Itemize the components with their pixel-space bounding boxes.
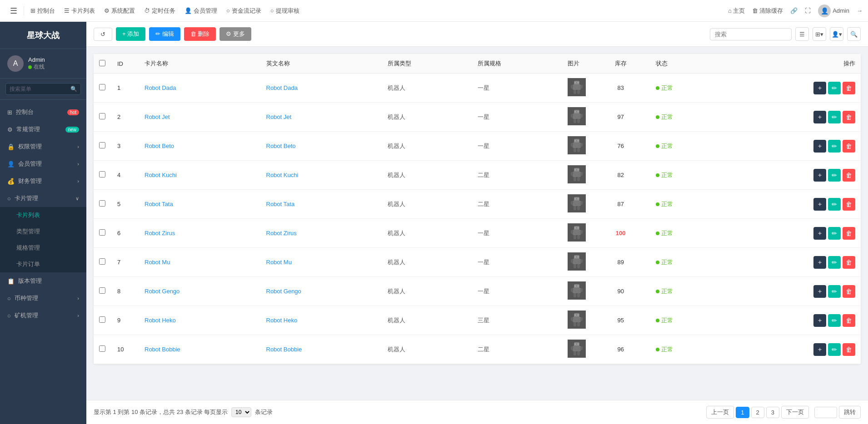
nav-item-dashboard[interactable]: ⊞ 控制台 (26, 0, 60, 22)
search-input[interactable] (710, 28, 792, 40)
row-checkbox-4[interactable] (99, 171, 105, 177)
cell-en-1[interactable]: Robot Dada (261, 74, 383, 103)
prev-page-button[interactable]: 上一页 (706, 406, 734, 419)
sidebar-item-currency[interactable]: ○ 币种管理 › (0, 290, 86, 307)
action-delete-4[interactable]: 🗑 (843, 169, 855, 182)
cell-name-9[interactable]: Robot Heko (139, 306, 261, 335)
action-detail-5[interactable]: ＋ (813, 198, 826, 211)
view-grid-button[interactable]: ⊞▾ (813, 27, 826, 41)
nav-item-member[interactable]: 👤 会员管理 (180, 0, 222, 22)
action-detail-2[interactable]: ＋ (813, 111, 826, 123)
action-edit-1[interactable]: ✏ (828, 82, 841, 94)
nav-fullscreen[interactable]: ⛶ (805, 7, 811, 14)
row-checkbox-5[interactable] (99, 200, 105, 207)
sidebar-item-type-mgmt[interactable]: 类型管理 (0, 223, 86, 240)
delete-button[interactable]: 🗑 删除 (184, 27, 216, 41)
row-checkbox-9[interactable] (99, 316, 105, 323)
cell-en-10[interactable]: Robot Bobbie (261, 335, 383, 364)
action-delete-6[interactable]: 🗑 (843, 227, 855, 240)
cell-en-5[interactable]: Robot Tata (261, 190, 383, 219)
add-button[interactable]: + 添加 (116, 27, 145, 41)
action-detail-1[interactable]: ＋ (813, 82, 826, 94)
action-edit-2[interactable]: ✏ (828, 111, 841, 123)
cell-name-5[interactable]: Robot Tata (139, 190, 261, 219)
cell-en-2[interactable]: Robot Jet (261, 103, 383, 132)
nav-home[interactable]: ⌂ 主页 (728, 7, 745, 15)
action-delete-1[interactable]: 🗑 (843, 82, 855, 94)
cell-en-3[interactable]: Robot Beto (261, 132, 383, 161)
action-edit-10[interactable]: ✏ (828, 343, 841, 356)
row-checkbox-1[interactable] (99, 84, 105, 90)
action-edit-4[interactable]: ✏ (828, 169, 841, 182)
action-delete-2[interactable]: 🗑 (843, 111, 855, 123)
row-checkbox-8[interactable] (99, 287, 105, 294)
cell-name-7[interactable]: Robot Mu (139, 248, 261, 277)
action-delete-9[interactable]: 🗑 (843, 314, 855, 327)
sidebar-item-card[interactable]: ○ 卡片管理 ∨ (0, 190, 86, 207)
page-2-button[interactable]: 2 (751, 407, 764, 418)
action-detail-6[interactable]: ＋ (813, 227, 826, 240)
column-settings-button[interactable]: 👤▾ (830, 27, 843, 41)
cell-en-9[interactable]: Robot Heko (261, 306, 383, 335)
nav-item-fund[interactable]: ○ 资金流记录 (222, 0, 266, 22)
page-jump-input[interactable] (814, 407, 837, 418)
cell-name-1[interactable]: Robot Dada (139, 74, 261, 103)
sidebar-item-miner[interactable]: ○ 矿机管理 › (0, 307, 86, 324)
row-checkbox-10[interactable] (99, 345, 105, 352)
sidebar-item-finance[interactable]: 💰 财务管理 › (0, 173, 86, 190)
sidebar-item-general[interactable]: ⚙ 常规管理 new (0, 121, 86, 138)
sidebar-item-console[interactable]: ⊞ 控制台 hot (0, 104, 86, 121)
nav-item-schedule[interactable]: ⏱ 定时任务 (140, 0, 180, 22)
next-page-button[interactable]: 下一页 (781, 406, 809, 419)
action-edit-6[interactable]: ✏ (828, 227, 841, 240)
sidebar-item-member[interactable]: 👤 会员管理 › (0, 155, 86, 173)
row-checkbox-2[interactable] (99, 113, 105, 119)
cell-name-2[interactable]: Robot Jet (139, 103, 261, 132)
action-edit-3[interactable]: ✏ (828, 140, 841, 153)
sidebar-item-card-order[interactable]: 卡片订单 (0, 256, 86, 272)
action-detail-4[interactable]: ＋ (813, 169, 826, 182)
cell-name-4[interactable]: Robot Kuchi (139, 161, 261, 190)
nav-admin[interactable]: 👤 Admin (818, 5, 849, 17)
cell-en-7[interactable]: Robot Mu (261, 248, 383, 277)
action-edit-8[interactable]: ✏ (828, 285, 841, 298)
nav-item-review[interactable]: ○ 提现审核 (266, 0, 304, 22)
cell-en-6[interactable]: Robot Zirus (261, 219, 383, 248)
action-edit-7[interactable]: ✏ (828, 256, 841, 269)
action-detail-3[interactable]: ＋ (813, 140, 826, 153)
cell-name-3[interactable]: Robot Beto (139, 132, 261, 161)
action-detail-9[interactable]: ＋ (813, 314, 826, 327)
view-list-button[interactable]: ☰ (795, 27, 809, 41)
hamburger-icon[interactable]: ☰ (5, 6, 22, 16)
action-delete-3[interactable]: 🗑 (843, 140, 855, 153)
cell-name-6[interactable]: Robot Zirus (139, 219, 261, 248)
nav-item-sysconfig[interactable]: ⚙ 系统配置 (100, 0, 140, 22)
page-jump-button[interactable]: 跳转 (839, 406, 861, 419)
action-delete-5[interactable]: 🗑 (843, 198, 855, 211)
per-page-select[interactable]: 10 20 50 (231, 407, 251, 417)
cell-en-4[interactable]: Robot Kuchi (261, 161, 383, 190)
action-edit-9[interactable]: ✏ (828, 314, 841, 327)
action-delete-10[interactable]: 🗑 (843, 343, 855, 356)
sidebar-item-spec-mgmt[interactable]: 规格管理 (0, 240, 86, 256)
action-detail-7[interactable]: ＋ (813, 256, 826, 269)
sidebar-item-permission[interactable]: 🔒 权限管理 › (0, 138, 86, 155)
cell-name-8[interactable]: Robot Gengo (139, 277, 261, 306)
action-edit-5[interactable]: ✏ (828, 198, 841, 211)
more-button[interactable]: ⚙ 更多 (219, 27, 251, 41)
search-button[interactable]: 🔍 (847, 27, 861, 41)
row-checkbox-6[interactable] (99, 229, 105, 236)
cell-name-10[interactable]: Robot Bobbie (139, 335, 261, 364)
cell-en-8[interactable]: Robot Gengo (261, 277, 383, 306)
action-delete-7[interactable]: 🗑 (843, 256, 855, 269)
action-delete-8[interactable]: 🗑 (843, 285, 855, 298)
edit-button[interactable]: ✏ 编辑 (149, 27, 180, 41)
sidebar-item-version[interactable]: 📋 版本管理 (0, 272, 86, 290)
page-3-button[interactable]: 3 (766, 407, 779, 418)
select-all-checkbox[interactable] (99, 60, 105, 66)
nav-clear-cache[interactable]: 🗑 清除缓存 (752, 7, 783, 15)
page-1-button[interactable]: 1 (736, 407, 749, 418)
sidebar-search-input[interactable] (5, 83, 81, 95)
nav-item-card-list[interactable]: ☰ 卡片列表 (60, 0, 100, 22)
row-checkbox-7[interactable] (99, 258, 105, 265)
